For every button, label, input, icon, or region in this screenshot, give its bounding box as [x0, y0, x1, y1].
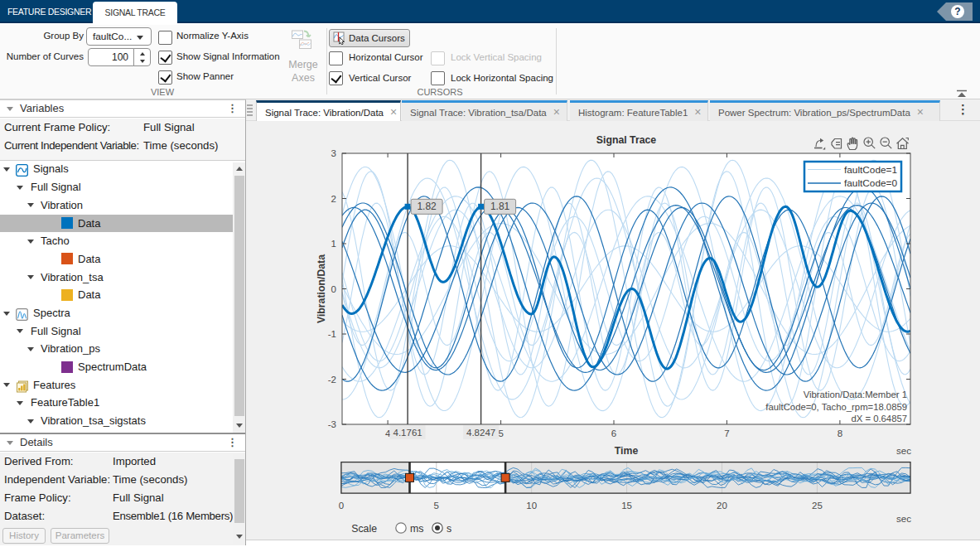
svg-text:20: 20 — [717, 501, 727, 511]
svg-text:ms: ms — [410, 523, 423, 535]
svg-text:5: 5 — [498, 428, 503, 438]
svg-text:1: 1 — [331, 239, 336, 249]
svg-text:faultCode=0: faultCode=0 — [844, 177, 897, 189]
svg-text:Signal Trace: Signal Trace — [596, 134, 657, 146]
svg-text:1.82: 1.82 — [417, 201, 437, 212]
svg-text:7: 7 — [724, 428, 729, 438]
svg-text:6: 6 — [611, 428, 616, 438]
svg-text:Time: Time — [615, 445, 639, 457]
svg-text:Scale: Scale — [351, 523, 377, 535]
svg-text:15: 15 — [621, 501, 632, 511]
svg-text:-1: -1 — [328, 329, 336, 339]
svg-text:-3: -3 — [328, 419, 336, 429]
svg-text:sec: sec — [896, 514, 911, 524]
svg-text:5: 5 — [434, 501, 439, 511]
svg-text:3: 3 — [331, 148, 336, 158]
svg-text:0: 0 — [331, 284, 336, 294]
svg-text:0: 0 — [339, 501, 344, 511]
svg-text:dX = 0.64857: dX = 0.64857 — [851, 414, 907, 424]
svg-text:8: 8 — [838, 428, 842, 438]
svg-text:faultCode=1: faultCode=1 — [844, 164, 897, 176]
svg-text:Vibration/Data: Vibration/Data — [316, 254, 327, 323]
svg-text:s: s — [447, 523, 451, 535]
svg-text:4.1761: 4.1761 — [393, 428, 422, 438]
svg-text:faultCode=0, Tacho_rpm=18.0859: faultCode=0, Tacho_rpm=18.0859 — [765, 402, 907, 412]
svg-text:-2: -2 — [328, 375, 336, 385]
svg-text:sec: sec — [896, 446, 911, 456]
svg-text:4.8247: 4.8247 — [466, 428, 495, 438]
svg-text:10: 10 — [526, 501, 537, 511]
svg-text:2: 2 — [331, 194, 336, 204]
svg-text:1.81: 1.81 — [490, 201, 510, 212]
svg-text:25: 25 — [812, 501, 823, 511]
svg-text:Vibration/Data:Member 1: Vibration/Data:Member 1 — [804, 390, 907, 399]
